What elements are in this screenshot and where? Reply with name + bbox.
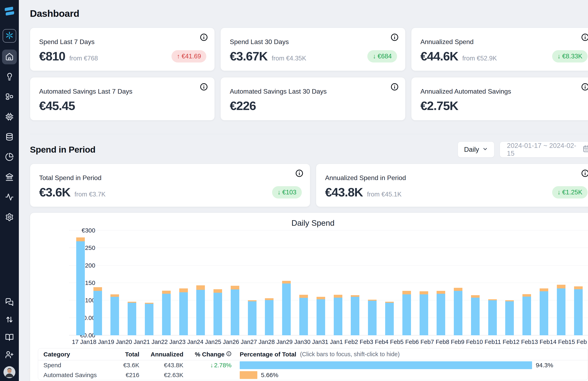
chart-bar-5-feb[interactable] <box>402 231 411 335</box>
sidebar-item-lightbulb[interactable] <box>2 70 17 85</box>
chart-bar-7-feb[interactable] <box>437 231 445 335</box>
spend-segment[interactable] <box>248 301 256 335</box>
chart-bar-2-feb[interactable] <box>351 231 359 335</box>
spend-segment[interactable] <box>505 301 514 335</box>
granularity-select[interactable]: Daily <box>458 142 494 158</box>
info-icon[interactable] <box>391 33 399 41</box>
spend-segment[interactable] <box>368 301 377 335</box>
app-logo[interactable] <box>3 4 15 16</box>
chart-bar-27-jan[interactable] <box>248 231 256 335</box>
spend-segment[interactable] <box>574 289 583 335</box>
chart-bar-6-feb[interactable] <box>420 231 428 335</box>
savings-segment[interactable] <box>299 295 308 298</box>
info-icon[interactable] <box>391 83 399 91</box>
savings-segment[interactable] <box>196 285 205 290</box>
chart-bar-4-feb[interactable] <box>385 231 394 335</box>
chart-bar-26-jan[interactable] <box>231 231 239 335</box>
sidebar-item-pie-chart[interactable] <box>2 150 17 165</box>
savings-segment[interactable] <box>213 289 222 293</box>
spend-segment[interactable] <box>196 290 205 335</box>
spend-segment[interactable] <box>540 291 548 335</box>
spend-segment[interactable] <box>299 298 308 335</box>
savings-segment[interactable] <box>574 286 583 289</box>
chart-bar-24-jan[interactable] <box>196 231 205 335</box>
info-icon[interactable] <box>581 33 588 41</box>
spend-segment[interactable] <box>454 291 462 335</box>
spend-segment[interactable] <box>488 300 497 335</box>
spend-segment[interactable] <box>179 292 188 335</box>
sidebar-item-components[interactable] <box>2 90 17 105</box>
chart-bar-10-feb[interactable] <box>488 231 497 335</box>
savings-segment[interactable] <box>231 286 239 290</box>
savings-segment[interactable] <box>420 291 428 294</box>
chart-bar-1-feb[interactable] <box>334 231 342 335</box>
spend-segment[interactable] <box>385 303 394 335</box>
sidebar-item-activity[interactable] <box>2 190 17 205</box>
spend-segment[interactable] <box>420 294 428 335</box>
spend-segment[interactable] <box>351 297 359 335</box>
sidebar-item-bank[interactable] <box>2 170 17 185</box>
chart-bar-30-jan[interactable] <box>299 231 308 335</box>
chart-bar-28-jan[interactable] <box>265 231 273 335</box>
chart-bar-9-feb[interactable] <box>471 231 480 335</box>
percentage-bar[interactable] <box>240 371 257 379</box>
savings-segment[interactable] <box>282 281 291 284</box>
spend-segment[interactable] <box>145 304 153 335</box>
savings-segment[interactable] <box>557 285 566 289</box>
savings-segment[interactable] <box>454 288 462 291</box>
savings-segment[interactable] <box>93 287 102 291</box>
workspace-selector[interactable] <box>3 29 16 42</box>
sidebar-item-arrows-up-down[interactable] <box>3 313 16 326</box>
chart-bar-3-feb[interactable] <box>368 231 377 335</box>
savings-segment[interactable] <box>540 288 548 291</box>
spend-segment[interactable] <box>402 294 411 335</box>
spend-segment[interactable] <box>437 294 445 335</box>
info-icon[interactable] <box>581 169 588 177</box>
chart-bar-11-feb[interactable] <box>505 231 514 335</box>
spend-segment[interactable] <box>231 289 239 335</box>
savings-segment[interactable] <box>179 288 188 292</box>
sidebar-item-cpu[interactable] <box>2 110 17 125</box>
savings-segment[interactable] <box>76 237 85 241</box>
date-range-input[interactable]: 2024-01-17 ~ 2024-02-15 <box>500 142 588 158</box>
spend-segment[interactable] <box>316 299 325 335</box>
sidebar-item-chat[interactable] <box>3 296 16 309</box>
chart-bar-22-jan[interactable] <box>162 231 171 335</box>
spend-segment[interactable] <box>557 288 566 335</box>
savings-segment[interactable] <box>316 297 325 299</box>
chart-bar-29-jan[interactable] <box>282 231 291 335</box>
chart-bar-25-jan[interactable] <box>213 231 222 335</box>
savings-segment[interactable] <box>437 291 445 294</box>
spend-segment[interactable] <box>282 283 291 335</box>
savings-segment[interactable] <box>110 294 119 297</box>
spend-segment[interactable] <box>213 293 222 335</box>
sidebar-item-home[interactable] <box>2 50 17 64</box>
savings-segment[interactable] <box>351 295 359 297</box>
sidebar-item-database[interactable] <box>2 130 17 145</box>
info-icon[interactable] <box>200 83 208 91</box>
info-icon[interactable] <box>581 83 588 91</box>
percentage-bar[interactable] <box>240 361 532 369</box>
spend-segment[interactable] <box>523 296 531 335</box>
spend-segment[interactable] <box>162 294 171 335</box>
chart-bar-18-jan[interactable] <box>93 231 102 335</box>
sidebar-item-user-plus[interactable] <box>3 349 16 362</box>
chart-bar-21-jan[interactable] <box>145 231 153 335</box>
user-avatar[interactable] <box>3 366 15 378</box>
chart-bar-19-jan[interactable] <box>110 231 119 335</box>
savings-segment[interactable] <box>402 291 411 294</box>
savings-segment[interactable] <box>162 291 171 294</box>
chart-bar-31-jan[interactable] <box>316 231 325 335</box>
chart-bar-20-jan[interactable] <box>128 231 136 335</box>
info-icon[interactable] <box>200 33 208 41</box>
info-icon[interactable] <box>226 351 231 358</box>
info-icon[interactable] <box>295 169 303 177</box>
chart-bar-15-feb[interactable] <box>574 231 583 335</box>
sidebar-item-book[interactable] <box>3 331 16 344</box>
spend-segment[interactable] <box>110 297 119 335</box>
chart-bar-13-feb[interactable] <box>540 231 548 335</box>
savings-segment[interactable] <box>334 295 342 298</box>
savings-segment[interactable] <box>471 295 480 298</box>
spend-segment[interactable] <box>471 298 480 335</box>
chart-bar-14-feb[interactable] <box>557 231 566 335</box>
